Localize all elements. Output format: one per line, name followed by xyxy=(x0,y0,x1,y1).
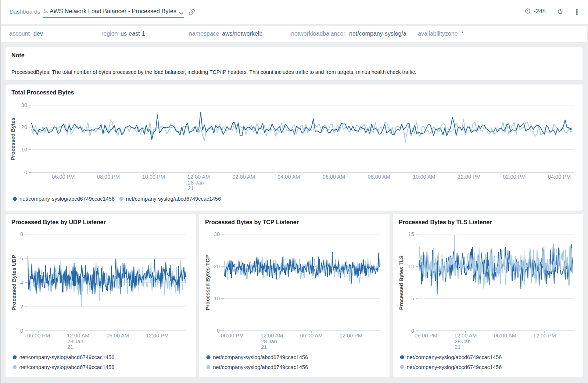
svg-text:10: 10 xyxy=(214,296,220,301)
svg-text:21: 21 xyxy=(261,344,267,350)
svg-text:0: 0 xyxy=(20,328,23,334)
svg-text:21: 21 xyxy=(455,344,460,350)
svg-text:0: 0 xyxy=(24,169,27,175)
svg-text:28 Jan: 28 Jan xyxy=(455,339,471,344)
svg-text:Processed Bytes TCP: Processed Bytes TCP xyxy=(205,255,211,310)
svg-text:28 Jan: 28 Jan xyxy=(188,180,204,186)
svg-text:8: 8 xyxy=(20,231,23,237)
svg-text:10:00 PM: 10:00 PM xyxy=(142,174,165,180)
svg-text:0: 0 xyxy=(411,328,414,334)
svg-text:5: 5 xyxy=(411,296,414,301)
svg-text:net/company-syslog/abcd6749cca: net/company-syslog/abcd6749ccac1456 xyxy=(19,354,115,360)
svg-text:Processed Bytes UDP: Processed Bytes UDP xyxy=(11,255,17,311)
svg-text:06:00 AM: 06:00 AM xyxy=(107,333,129,339)
svg-text:30: 30 xyxy=(214,231,220,237)
svg-text:net/company-syslog/abcd6749cca: net/company-syslog/abcd6749ccac1456 xyxy=(213,364,308,370)
svg-text:net/company-syslog/abcd6749cca: net/company-syslog/abcd6749ccac1456 xyxy=(407,364,502,370)
svg-text:6: 6 xyxy=(20,255,23,261)
svg-text:30: 30 xyxy=(21,102,27,108)
svg-text:12:00 AM: 12:00 AM xyxy=(67,333,89,339)
svg-text:21: 21 xyxy=(67,344,73,350)
svg-text:04:00 PM: 04:00 PM xyxy=(548,174,571,180)
svg-text:net/company-syslog/abcd6749cca: net/company-syslog/abcd6749ccac1456 xyxy=(126,196,221,202)
svg-text:15: 15 xyxy=(408,231,414,237)
svg-text:02:00 AM: 02:00 AM xyxy=(232,174,255,180)
svg-text:10: 10 xyxy=(408,264,414,269)
svg-text:2: 2 xyxy=(20,304,23,309)
svg-text:10:00 AM: 10:00 AM xyxy=(413,174,435,180)
svg-text:06:00 AM: 06:00 AM xyxy=(323,174,345,180)
svg-text:20: 20 xyxy=(21,124,27,130)
svg-text:12:00 PM: 12:00 PM xyxy=(458,174,481,180)
svg-text:12:00 PM: 12:00 PM xyxy=(340,333,362,339)
svg-text:12:00 AM: 12:00 AM xyxy=(261,333,283,339)
svg-text:net/company-syslog/abcd6749cca: net/company-syslog/abcd6749ccac1456 xyxy=(407,354,502,360)
svg-text:28 Jan: 28 Jan xyxy=(67,339,83,344)
svg-text:Processed Bytes: Processed Bytes xyxy=(10,118,16,161)
svg-text:0: 0 xyxy=(217,328,220,334)
svg-text:4: 4 xyxy=(20,280,23,286)
svg-text:08:00 AM: 08:00 AM xyxy=(368,174,390,180)
svg-text:21: 21 xyxy=(188,185,194,191)
svg-text:net/company-syslog/abcd6749cca: net/company-syslog/abcd6749ccac1456 xyxy=(19,196,115,202)
svg-text:10: 10 xyxy=(21,147,27,153)
svg-text:06:00 PM: 06:00 PM xyxy=(52,174,75,180)
svg-text:06:00 AM: 06:00 AM xyxy=(300,333,323,339)
svg-text:net/company-syslog/abcd6749cca: net/company-syslog/abcd6749ccac1456 xyxy=(19,364,115,370)
svg-text:04:00 AM: 04:00 AM xyxy=(277,174,300,180)
svg-text:28 Jan: 28 Jan xyxy=(261,339,277,344)
svg-text:12:00 PM: 12:00 PM xyxy=(533,333,556,339)
svg-text:02:00 PM: 02:00 PM xyxy=(503,174,526,180)
svg-text:Processed Bytes TLS: Processed Bytes TLS xyxy=(398,255,404,310)
svg-text:12:00 PM: 12:00 PM xyxy=(146,333,169,339)
svg-text:08:00 PM: 08:00 PM xyxy=(97,174,120,180)
svg-text:06:00 PM: 06:00 PM xyxy=(221,333,244,339)
svg-text:06:00 PM: 06:00 PM xyxy=(27,333,50,339)
svg-text:20: 20 xyxy=(214,264,220,269)
svg-text:net/company-syslog/abcd6749cca: net/company-syslog/abcd6749ccac1456 xyxy=(213,354,308,360)
svg-text:06:00 PM: 06:00 PM xyxy=(415,333,437,339)
svg-text:12:00 AM: 12:00 AM xyxy=(187,174,210,180)
svg-text:12:00 AM: 12:00 AM xyxy=(454,333,477,339)
svg-text:06:00 AM: 06:00 AM xyxy=(494,333,516,339)
